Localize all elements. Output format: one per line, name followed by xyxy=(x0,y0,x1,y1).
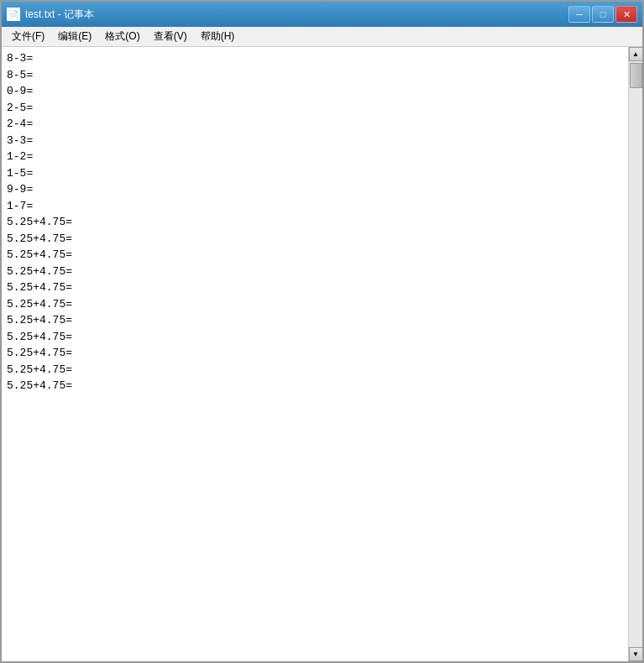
window-controls: ─ □ ✕ xyxy=(568,6,637,23)
scroll-thumb[interactable] xyxy=(630,63,642,88)
text-editor[interactable]: 8-3= 8-5= 0-9= 2-5= 2-4= 3-3= 1-2= 1-5= … xyxy=(2,47,628,661)
window-title: test.txt - 记事本 xyxy=(25,8,94,22)
menu-view[interactable]: 查看(V) xyxy=(147,27,194,46)
title-bar: 📄 test.txt - 记事本 ─ □ ✕ xyxy=(2,2,642,27)
menu-help[interactable]: 帮助(H) xyxy=(194,27,242,46)
minimize-button[interactable]: ─ xyxy=(568,6,590,23)
menu-format[interactable]: 格式(O) xyxy=(98,27,146,46)
close-button[interactable]: ✕ xyxy=(615,6,637,23)
scroll-track[interactable] xyxy=(629,61,642,647)
app-icon: 📄 xyxy=(7,8,20,21)
menu-bar: 文件(F) 编辑(E) 格式(O) 查看(V) 帮助(H) xyxy=(2,27,642,47)
vertical-scrollbar: ▲ ▼ xyxy=(628,47,642,661)
title-bar-left: 📄 test.txt - 记事本 xyxy=(7,8,94,22)
maximize-button[interactable]: □ xyxy=(592,6,614,23)
scroll-up-button[interactable]: ▲ xyxy=(629,47,643,61)
content-area: 8-3= 8-5= 0-9= 2-5= 2-4= 3-3= 1-2= 1-5= … xyxy=(2,47,642,661)
menu-file[interactable]: 文件(F) xyxy=(5,27,51,46)
scroll-down-button[interactable]: ▼ xyxy=(629,647,643,661)
notepad-window: 📄 test.txt - 记事本 ─ □ ✕ 文件(F) 编辑(E) 格式(O)… xyxy=(0,0,644,663)
menu-edit[interactable]: 编辑(E) xyxy=(51,27,98,46)
